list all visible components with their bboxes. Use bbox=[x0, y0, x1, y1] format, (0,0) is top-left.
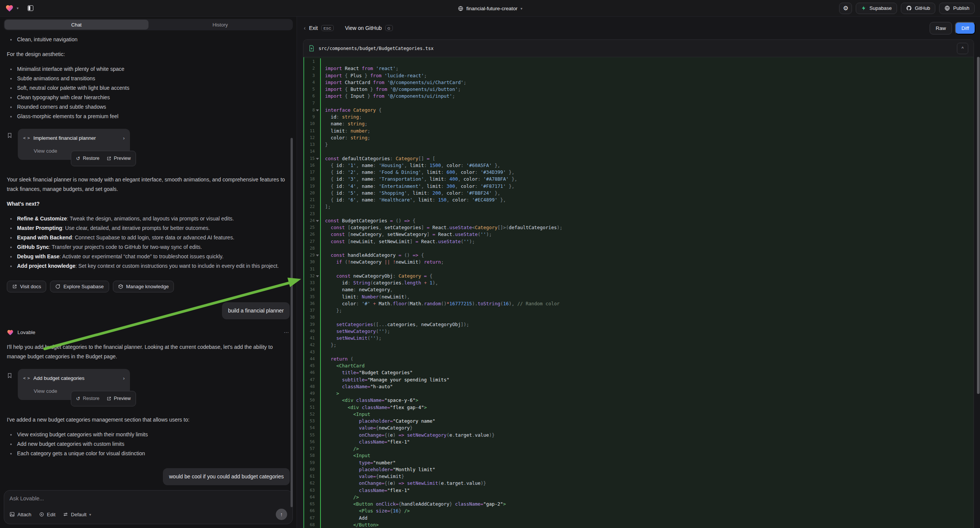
code-line: 51 <div className="flex gap-4"> bbox=[304, 404, 974, 411]
code-line: 60 placeholder="Monthly limit" bbox=[304, 466, 974, 473]
chevron-left-icon: ‹ bbox=[304, 25, 306, 31]
code-text: import { Button } from '@/components/ui/… bbox=[321, 86, 974, 93]
github-button[interactable]: GitHub bbox=[901, 3, 935, 14]
code-text: limit: number; bbox=[321, 128, 974, 134]
preview-button[interactable]: Preview bbox=[107, 154, 131, 163]
line-number: 68 bbox=[304, 522, 320, 528]
code-line: 17 { id: '2', name: 'Food & Dining', lim… bbox=[304, 169, 974, 176]
chat-scrollbar[interactable] bbox=[291, 138, 293, 507]
edit-mode-button[interactable]: Edit bbox=[39, 512, 55, 517]
code-text: { id: '3', name: 'Transportation', limit… bbox=[321, 176, 974, 183]
line-number: 36 bbox=[304, 301, 320, 307]
preview-button[interactable]: Preview bbox=[107, 394, 131, 403]
code-text: Add bbox=[321, 515, 974, 522]
supabase-button[interactable]: Supabase bbox=[856, 3, 897, 14]
assistant-name: Lovable bbox=[18, 328, 35, 337]
manage-knowledge-button[interactable]: Manage knowledge bbox=[113, 281, 174, 293]
assistant-message-added: I've added a new budget categories manag… bbox=[7, 415, 290, 425]
line-number: 30 bbox=[304, 259, 320, 266]
bookmark-icon[interactable] bbox=[7, 132, 13, 139]
list-item: Glass-morphic elements for a premium fee… bbox=[7, 112, 290, 121]
assistant-message-help: I'll help you add budget categories to t… bbox=[7, 342, 290, 361]
code-text: setNewLimit(''); bbox=[321, 335, 974, 342]
view-on-github-button[interactable]: View on GitHub G bbox=[345, 25, 393, 31]
attach-button[interactable]: Attach bbox=[10, 512, 32, 517]
code-text: { id: '4', name: 'Entertainment', limit:… bbox=[321, 183, 974, 190]
restore-button[interactable]: ↺ Restore bbox=[76, 154, 100, 163]
version-card-label: Implement financial planner bbox=[33, 133, 96, 143]
code-text: const BudgetCategories = () => { bbox=[321, 218, 974, 224]
code-line: 62 onChange={(e) => setNewLimit(e.target… bbox=[304, 480, 974, 487]
diff-code-view[interactable]: 12import React from 'react';3import { Pl… bbox=[304, 57, 974, 528]
code-text: if (!newCategory || !newLimit) return; bbox=[321, 259, 974, 266]
edit-target-icon bbox=[39, 512, 45, 517]
list-item: Each category gets a unique color for vi… bbox=[7, 449, 290, 458]
tab-history[interactable]: History bbox=[148, 20, 293, 30]
whats-next-item: Debug with Ease: Activate our experiment… bbox=[7, 252, 290, 261]
chevron-down-icon: ▾ bbox=[89, 512, 91, 517]
assistant-message-ready: Your sleek financial planner is now read… bbox=[7, 175, 290, 194]
diff-file-header[interactable]: src/components/budget/BudgetCategories.t… bbox=[304, 40, 974, 57]
bookmark-icon[interactable] bbox=[7, 372, 13, 379]
code-line: 37 }; bbox=[304, 307, 974, 314]
code-text: onChange={(e) => setNewCategory(e.target… bbox=[321, 432, 974, 439]
code-line: 52 <Input bbox=[304, 411, 974, 418]
raw-button[interactable]: Raw bbox=[930, 22, 952, 35]
send-button[interactable]: ↑ bbox=[276, 509, 287, 520]
version-card-implement-financial-planner[interactable]: < > Implement financial planner › View c… bbox=[18, 129, 130, 160]
github-icon bbox=[906, 5, 912, 11]
exit-button[interactable]: ‹ Exit ESC bbox=[304, 25, 334, 31]
code-line: 61 value={newLimit} bbox=[304, 473, 974, 480]
line-number: 37 bbox=[304, 307, 320, 314]
message-menu-icon[interactable]: ⋯ bbox=[284, 328, 290, 337]
code-line: 59 type="number" bbox=[304, 460, 974, 466]
project-switcher[interactable]: financial-future-creator ▾ bbox=[458, 0, 522, 17]
fold-icon[interactable] bbox=[316, 110, 319, 111]
line-number: 43 bbox=[304, 349, 320, 356]
chat-messages[interactable]: Clean, intuitive navigation For the desi… bbox=[0, 30, 297, 488]
diff-button[interactable]: Diff bbox=[955, 22, 975, 35]
fold-icon[interactable] bbox=[316, 275, 319, 277]
logo-chevron-down-icon[interactable]: ▾ bbox=[17, 6, 19, 10]
publish-button[interactable]: Publish bbox=[939, 3, 975, 14]
code-text: import React from 'react'; bbox=[321, 65, 974, 72]
chat-input[interactable] bbox=[10, 495, 287, 501]
external-link-icon bbox=[107, 396, 111, 401]
code-line: 4import ChartCard from '@/components/ui/… bbox=[304, 79, 974, 86]
code-toolbar: ‹ Exit ESC View on GitHub G Raw Diff bbox=[297, 17, 980, 40]
code-line: 11 limit: number; bbox=[304, 128, 974, 134]
restore-icon: ↺ bbox=[76, 394, 80, 403]
code-line: 24const BudgetCategories = () => { bbox=[304, 218, 974, 224]
code-text: </Button> bbox=[321, 522, 974, 528]
fold-icon[interactable] bbox=[316, 158, 319, 160]
line-number: 8 bbox=[304, 107, 320, 114]
code-line: 7 bbox=[304, 100, 974, 107]
code-line: 20 { id: '5', name: 'Shopping', limit: 2… bbox=[304, 190, 974, 197]
restore-button[interactable]: ↺ Restore bbox=[76, 394, 100, 403]
line-number: 16 bbox=[304, 162, 320, 169]
edit-label: Edit bbox=[47, 512, 55, 517]
code-line: 40 setNewCategory(''); bbox=[304, 328, 974, 335]
lovable-logo-icon[interactable] bbox=[5, 4, 14, 13]
settings-button[interactable]: ⚙ bbox=[839, 3, 852, 14]
model-selector[interactable]: Default ▾ bbox=[63, 512, 91, 517]
code-line: 3import { Plus } from 'lucide-react'; bbox=[304, 72, 974, 79]
code-line: 47 subtitle="Manage your spending limits… bbox=[304, 377, 974, 383]
code-text: <Button onClick={handleAddCategory} clas… bbox=[321, 501, 974, 507]
collapse-file-button[interactable]: ^ bbox=[957, 43, 968, 54]
line-number: 65 bbox=[304, 501, 320, 507]
line-number: 28 bbox=[304, 245, 320, 252]
visit-docs-button[interactable]: Visit docs bbox=[7, 281, 46, 293]
line-number: 17 bbox=[304, 169, 320, 176]
fold-icon[interactable] bbox=[316, 220, 319, 222]
intro-bullet-list: Clean, intuitive navigation bbox=[7, 35, 290, 44]
version-card-add-budget-categories[interactable]: < > Add budget categories › View code ↺ … bbox=[18, 369, 130, 400]
code-line: 65 <Button onClick={handleAddCategory} c… bbox=[304, 501, 974, 507]
fold-icon[interactable] bbox=[316, 254, 319, 256]
preview-label: Preview bbox=[114, 394, 131, 403]
sidebar-toggle-button[interactable] bbox=[25, 3, 36, 14]
code-line: 54 value={newCategory} bbox=[304, 425, 974, 431]
explore-supabase-button[interactable]: Explore Supabase bbox=[50, 281, 109, 293]
tab-chat[interactable]: Chat bbox=[5, 20, 148, 30]
window-scrollbar[interactable] bbox=[977, 57, 980, 394]
